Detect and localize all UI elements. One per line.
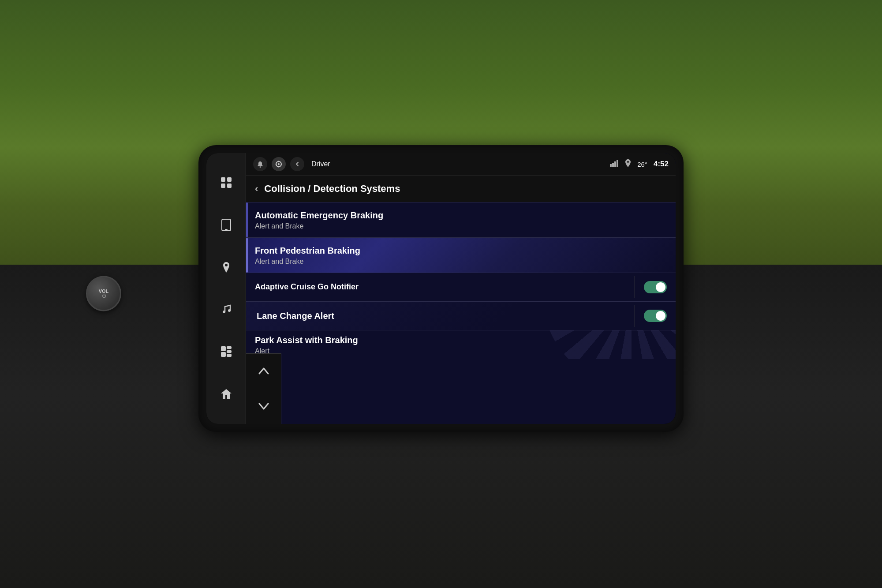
item-border — [246, 202, 248, 237]
vol-knob-container: VOL ⏻ — [86, 276, 121, 311]
sidebar-item-apps[interactable] — [216, 172, 237, 193]
item-border — [246, 238, 248, 273]
screen: Driver — [206, 153, 676, 424]
svg-rect-2 — [221, 184, 225, 188]
item-title: Park Assist with Braking — [255, 334, 667, 346]
top-bar-right: 26° 4:52 — [610, 159, 669, 169]
scroll-controls — [246, 353, 281, 424]
item-title: Lane Change Alert — [257, 310, 635, 322]
back-button[interactable]: ‹ — [255, 183, 258, 195]
svg-rect-18 — [612, 163, 614, 167]
list-item[interactable]: Park Assist with Braking Alert — [246, 330, 676, 359]
scroll-down-button[interactable] — [255, 397, 273, 415]
item-content: Automatic Emergency Braking Alert and Br… — [255, 210, 667, 230]
item-content: Lane Change Alert — [248, 310, 635, 322]
item-right: ✓ — [635, 305, 667, 327]
item-title: Automatic Emergency Braking — [255, 210, 667, 221]
svg-point-21 — [627, 161, 629, 163]
item-content: Adaptive Cruise Go Notifier — [255, 282, 635, 292]
checkmark-icon: ✓ — [660, 313, 664, 318]
svg-rect-11 — [227, 350, 232, 353]
svg-rect-9 — [221, 346, 226, 351]
clock: 4:52 — [654, 160, 669, 169]
driver-label: Driver — [311, 160, 330, 168]
item-right: ✓ — [635, 276, 667, 298]
sidebar-item-phone[interactable] — [216, 214, 237, 236]
separator — [635, 276, 635, 298]
location-icon — [625, 159, 631, 169]
sidebar-item-home[interactable] — [216, 383, 237, 404]
item-title: Front Pedestrian Braking — [255, 245, 667, 256]
signal-icon — [610, 160, 619, 169]
svg-rect-10 — [227, 346, 232, 349]
list-item[interactable]: Front Pedestrian Braking Alert and Brake — [246, 238, 676, 273]
svg-rect-17 — [610, 164, 612, 167]
vol-label: VOL — [99, 288, 109, 294]
svg-point-6 — [225, 264, 228, 266]
top-bar-icons — [253, 157, 304, 171]
svg-rect-19 — [614, 161, 616, 167]
list-item[interactable]: Lane Change Alert ✓ — [246, 302, 676, 330]
svg-rect-0 — [221, 177, 225, 182]
page-header: ‹ Collision / Detection Systems — [246, 176, 676, 202]
page-title: Collision / Detection Systems — [264, 183, 400, 195]
svg-rect-13 — [227, 354, 232, 357]
item-title: Adaptive Cruise Go Notifier — [255, 282, 635, 292]
svg-rect-12 — [221, 352, 226, 357]
item-subtitle: Alert — [255, 347, 667, 355]
item-content: Front Pedestrian Braking Alert and Brake — [255, 245, 667, 266]
toggle-switch[interactable]: ✓ — [644, 310, 667, 322]
svg-rect-3 — [227, 184, 232, 188]
svg-point-8 — [228, 309, 231, 312]
notification-icon-btn[interactable] — [253, 157, 267, 171]
list-item[interactable]: Adaptive Cruise Go Notifier ✓ — [246, 273, 676, 302]
settings-icon-btn[interactable] — [272, 157, 286, 171]
svg-point-7 — [223, 311, 225, 313]
checkmark-icon: ✓ — [660, 284, 664, 290]
list-item[interactable]: Automatic Emergency Braking Alert and Br… — [246, 202, 676, 238]
item-subtitle: Alert and Brake — [255, 222, 667, 230]
menu-list: Automatic Emergency Braking Alert and Br… — [246, 202, 676, 424]
temperature: 26° — [637, 161, 647, 168]
svg-rect-20 — [617, 160, 618, 167]
toggle-switch[interactable]: ✓ — [644, 281, 667, 293]
sidebar-item-navigation[interactable] — [216, 257, 237, 278]
svg-rect-5 — [225, 229, 228, 230]
item-content: Park Assist with Braking Alert — [255, 334, 667, 355]
svg-point-14 — [260, 166, 261, 168]
back-profile-icon[interactable] — [290, 157, 304, 171]
last-item-container: Park Assist with Braking Alert — [246, 330, 676, 359]
vol-knob[interactable]: VOL ⏻ — [86, 276, 121, 311]
screen-bezel: Driver — [198, 145, 684, 432]
sidebar-item-music[interactable] — [216, 299, 237, 320]
svg-point-16 — [278, 163, 280, 165]
scroll-up-button[interactable] — [255, 362, 273, 380]
main-content: Driver — [246, 153, 676, 424]
svg-rect-1 — [227, 177, 232, 182]
separator — [635, 305, 635, 327]
item-subtitle: Alert and Brake — [255, 258, 667, 266]
top-bar: Driver — [246, 153, 676, 176]
sidebar — [206, 153, 246, 424]
sidebar-item-widgets[interactable] — [216, 341, 237, 362]
